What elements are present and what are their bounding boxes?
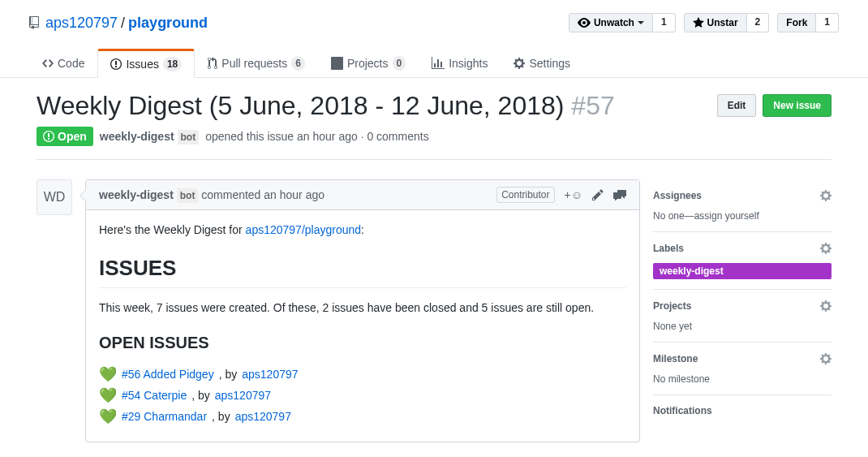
tab-code[interactable]: Code [29, 49, 97, 77]
author-link[interactable]: aps120797 [242, 368, 298, 381]
labels-header[interactable]: Labels [653, 242, 831, 255]
issue-open-icon [43, 130, 54, 143]
repo-link-inline[interactable]: aps120797/playground [246, 223, 361, 236]
gear-icon [820, 242, 831, 255]
comment-author[interactable]: weekly-digest [99, 188, 174, 201]
pr-icon [208, 57, 217, 70]
project-icon [331, 57, 343, 70]
projects-header[interactable]: Projects [653, 300, 831, 313]
issue-author[interactable]: weekly-digest [100, 130, 174, 143]
author-link[interactable]: aps120797 [215, 389, 271, 402]
unwatch-button[interactable]: Unwatch [569, 13, 653, 32]
assignees-text[interactable]: No one—assign yourself [653, 210, 831, 222]
watch-count[interactable]: 1 [653, 13, 676, 32]
avatar[interactable]: WD [37, 179, 72, 215]
breadcrumb: aps120797 / playground [29, 15, 208, 32]
unstar-button[interactable]: Unstar [684, 13, 747, 32]
repo-link[interactable]: playground [128, 15, 208, 32]
issue-link[interactable]: #54 Caterpie [122, 389, 187, 402]
gear-icon [820, 300, 831, 313]
tab-projects[interactable]: Projects 0 [318, 49, 419, 77]
issues-count: 18 [163, 57, 182, 71]
milestone-text: No milestone [653, 373, 831, 385]
list-item: 💚 #29 Charmandar, by aps120797 [99, 407, 626, 425]
edit-button[interactable]: Edit [717, 94, 757, 117]
projects-text: None yet [653, 321, 831, 332]
tab-issues[interactable]: Issues 18 [97, 49, 195, 78]
issue-number: #57 [571, 91, 614, 120]
label-badge[interactable]: weekly-digest [653, 263, 831, 279]
contributor-badge: Contributor [496, 187, 554, 203]
fork-count[interactable]: 1 [816, 13, 839, 32]
tab-pulls[interactable]: Pull requests 6 [195, 49, 318, 77]
fork-button[interactable]: Fork [777, 13, 816, 32]
repo-icon [29, 16, 42, 29]
issue-meta: opened this issue an hour ago · 0 commen… [205, 130, 429, 143]
gear-icon [513, 57, 525, 70]
heart-icon: 💚 [99, 365, 117, 383]
issue-link[interactable]: #29 Charmandar [122, 410, 207, 423]
issue-link[interactable]: #56 Added Pidgey [122, 368, 214, 381]
author-link[interactable]: aps120797 [235, 410, 291, 423]
bot-badge: bot [178, 130, 200, 144]
pencil-icon[interactable] [592, 188, 604, 201]
milestone-header[interactable]: Milestone [653, 352, 831, 365]
star-icon [693, 16, 704, 29]
reply-icon[interactable] [613, 189, 626, 200]
issue-icon [110, 58, 122, 71]
eye-icon [578, 16, 591, 29]
issue-title: Weekly Digest (5 June, 2018 - 12 June, 2… [37, 91, 615, 120]
gear-icon [820, 352, 831, 365]
code-icon [42, 57, 54, 70]
add-reaction-icon[interactable]: +☺ [565, 188, 582, 201]
summary-text: This week, 7 issues were created. Of the… [99, 301, 626, 314]
state-badge: Open [37, 127, 93, 146]
heading-issues: ISSUES [99, 256, 626, 288]
caret-down-icon [638, 21, 644, 24]
comment-time: commented an hour ago [201, 188, 324, 201]
tab-insights[interactable]: Insights [419, 49, 501, 77]
owner-link[interactable]: aps120797 [45, 15, 118, 32]
bot-badge: bot [177, 188, 199, 203]
graph-icon [432, 57, 445, 70]
new-issue-button[interactable]: New issue [763, 94, 831, 117]
list-item: 💚 #56 Added Pidgey, by aps120797 [99, 365, 626, 383]
tab-settings[interactable]: Settings [501, 49, 583, 77]
star-count[interactable]: 2 [747, 13, 770, 32]
heart-icon: 💚 [99, 386, 117, 404]
intro-text: Here's the Weekly Digest for aps120797/p… [99, 223, 626, 236]
heart-icon: 💚 [99, 407, 117, 425]
heading-open-issues: OPEN ISSUES [99, 334, 626, 352]
gear-icon [820, 189, 831, 202]
pulls-count: 6 [291, 56, 305, 71]
path-sep: / [121, 15, 125, 32]
notifications-header[interactable]: Notifications [653, 405, 831, 416]
projects-count: 0 [393, 56, 406, 71]
assignees-header[interactable]: Assignees [653, 189, 831, 202]
list-item: 💚 #54 Caterpie, by aps120797 [99, 386, 626, 404]
